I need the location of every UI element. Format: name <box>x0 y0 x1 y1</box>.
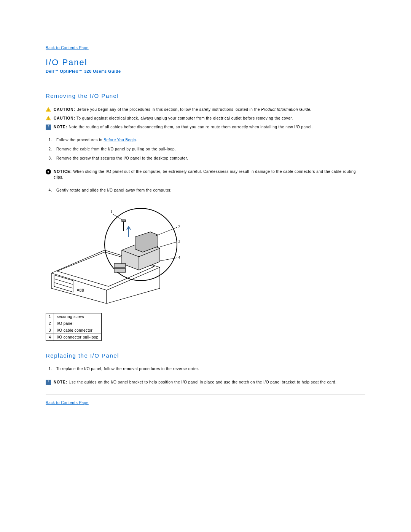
svg-text:2: 2 <box>178 224 180 229</box>
note-text: Use the guides on the I/O panel bracket … <box>68 380 336 384</box>
svg-line-13 <box>160 258 177 261</box>
svg-rect-4 <box>114 264 126 267</box>
notice-text: When sliding the I/O panel out of the co… <box>54 169 356 179</box>
step-1: To replace the I/O panel, follow the rem… <box>53 366 365 372</box>
caution-text: To guard against electrical shock, alway… <box>76 116 293 120</box>
back-to-contents-top-link[interactable]: Back to Contents Page <box>46 46 89 50</box>
note-icon: i <box>46 125 51 130</box>
caution-italic: Product Information Guide. <box>261 107 312 112</box>
table-row: 3 I/O cable connector <box>46 327 102 334</box>
note-replacing: i NOTE: Use the guides on the I/O panel … <box>46 379 365 385</box>
notice-icon: ● <box>46 169 51 174</box>
note-text: Note the routing of all cables before di… <box>68 125 312 129</box>
diagram-legend-table: 1 securing screw 2 I/O panel 3 I/O cable… <box>46 313 102 341</box>
legend-label: I/O connector pull-loop <box>54 334 101 341</box>
caution-icon <box>46 107 51 112</box>
svg-text:3: 3 <box>178 239 180 243</box>
svg-rect-5 <box>114 268 126 272</box>
caution-text: Before you begin any of the procedures i… <box>76 107 261 112</box>
page-subtitle: Dell™ OptiPlex™ 320 User's Guide <box>46 69 365 73</box>
steps-list-removing-cont: Gently rotate and slide the I/O panel aw… <box>53 188 365 193</box>
svg-line-9 <box>156 227 177 236</box>
caution-label: CAUTION: <box>54 116 75 120</box>
note-label: NOTE: <box>54 125 67 129</box>
step-3: Remove the screw that secures the I/O pa… <box>53 156 365 161</box>
legend-label: securing screw <box>54 313 101 320</box>
note-label: NOTE: <box>54 380 67 384</box>
svg-text:4: 4 <box>178 255 180 259</box>
section-heading-replacing: Replacing the I/O Panel <box>46 352 365 359</box>
legend-label: I/O panel <box>54 320 101 327</box>
caution-icon <box>46 116 51 120</box>
notice-1: ● NOTICE: When sliding the I/O panel out… <box>46 169 365 180</box>
caution-1: CAUTION: Before you begin any of the pro… <box>46 107 365 112</box>
step-1: Follow the procedures in Before You Begi… <box>53 137 365 143</box>
table-row: 2 I/O panel <box>46 320 102 327</box>
step-4: Gently rotate and slide the I/O panel aw… <box>53 188 365 193</box>
note-1: i NOTE: Note the routing of all cables b… <box>46 124 365 130</box>
notice-label: NOTICE: <box>54 169 72 174</box>
note-icon: i <box>46 380 51 385</box>
step-2: Remove the cable from the I/O panel by p… <box>53 147 365 152</box>
svg-rect-1 <box>80 289 81 291</box>
legend-num: 3 <box>46 327 54 334</box>
divider <box>46 395 365 395</box>
steps-list-removing: Follow the procedures in Before You Begi… <box>53 137 365 161</box>
table-row: 1 securing screw <box>46 313 102 320</box>
svg-rect-2 <box>82 289 83 291</box>
table-row: 4 I/O connector pull-loop <box>46 334 102 341</box>
caution-2: CAUTION: To guard against electrical sho… <box>46 115 365 121</box>
section-heading-removing: Removing the I/O Panel <box>46 93 365 99</box>
svg-point-0 <box>77 289 79 291</box>
steps-list-replacing: To replace the I/O panel, follow the rem… <box>53 366 365 372</box>
back-to-contents-bottom-link[interactable]: Back to Contents Page <box>46 401 89 405</box>
svg-line-11 <box>159 242 177 247</box>
page-title: I/O Panel <box>46 58 365 67</box>
legend-label: I/O cable connector <box>54 327 101 334</box>
legend-num: 2 <box>46 320 54 327</box>
legend-num: 4 <box>46 334 54 341</box>
before-you-begin-link[interactable]: Before You Begin <box>104 138 136 142</box>
io-panel-diagram: 1 2 3 4 <box>46 201 183 307</box>
legend-num: 1 <box>46 313 54 320</box>
svg-text:1: 1 <box>110 209 113 214</box>
caution-label: CAUTION: <box>54 107 75 112</box>
